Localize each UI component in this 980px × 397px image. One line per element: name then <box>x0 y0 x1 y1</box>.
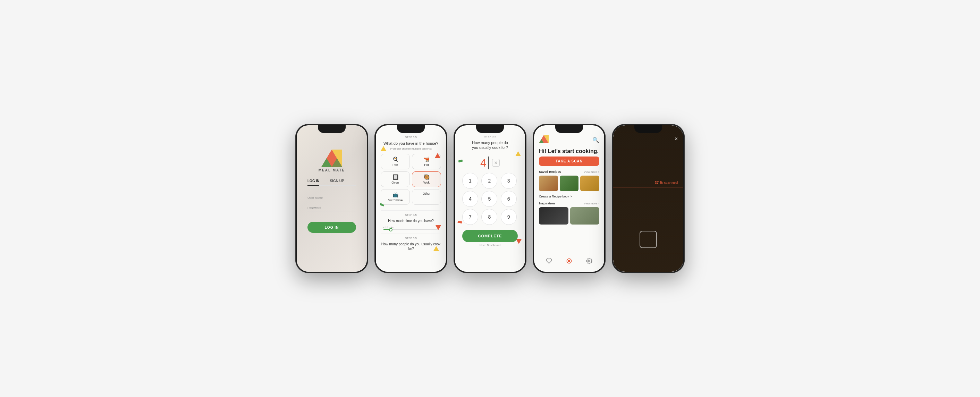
step5-label-p3: STEP 5/5 <box>484 135 496 138</box>
password-underline <box>307 211 356 211</box>
oven-icon: 🔲 <box>393 174 398 180</box>
numpad-value: 4 <box>480 157 488 169</box>
phone-numpad: STEP 5/5 How many people do you usually … <box>453 124 527 273</box>
notch <box>555 125 583 133</box>
view-more-inspiration[interactable]: View more > <box>584 202 599 205</box>
scan-percentage: 37 % scanned <box>655 181 678 184</box>
search-icon[interactable]: 🔍 <box>592 137 599 143</box>
auth-tabs: LOG IN SIGN UP <box>307 179 356 186</box>
password-label: Password <box>307 206 356 210</box>
num-5[interactable]: 5 <box>481 191 497 207</box>
recipe-thumb-2[interactable] <box>560 176 579 191</box>
step3-question: What do you have in the house? <box>381 141 441 146</box>
next-label: Next: Dashboard <box>480 244 500 247</box>
setup-screen: STEP 3/5 What do you have in the house? … <box>376 125 446 272</box>
inspiration-header: Inspiration View more > <box>539 202 599 205</box>
num-4[interactable]: 4 <box>462 191 478 207</box>
slider-thumb[interactable] <box>389 228 393 232</box>
wok-icon: 🥘 <box>424 174 430 180</box>
step5-question: How many people do you usually cook for? <box>381 242 441 251</box>
numpad-screen: STEP 5/5 How many people do you usually … <box>455 125 525 272</box>
phone-setup: STEP 3/5 What do you have in the house? … <box>374 124 447 273</box>
inspiration-title: Inspiration <box>539 202 555 205</box>
recipe-thumb-3[interactable] <box>580 176 599 191</box>
time-slider[interactable]: <15 min. <box>381 226 441 230</box>
recipe-thumbnails <box>539 176 599 191</box>
num-9[interactable]: 9 <box>501 209 517 225</box>
create-recipe-book[interactable]: Create a Recipe book > <box>539 195 599 198</box>
nav-scan[interactable] <box>565 257 573 265</box>
username-underline <box>307 201 356 201</box>
num-3[interactable]: 3 <box>501 173 517 189</box>
option-pot[interactable]: 🫕 Pot <box>412 154 441 169</box>
pot-icon: 🫕 <box>424 157 430 162</box>
bottom-navigation <box>539 255 599 267</box>
numpad-question: How many people do you usually cook for? <box>472 140 508 150</box>
scan-button[interactable]: TAKE A SCAN <box>539 157 599 166</box>
username-label: User name <box>307 196 356 200</box>
divider-1 <box>381 210 441 211</box>
notch <box>318 125 346 133</box>
scene: MEAL MATE LOG IN SIGN UP User name Passw… <box>285 110 695 287</box>
option-oven[interactable]: 🔲 Oven <box>381 172 410 187</box>
num-1[interactable]: 1 <box>462 173 478 189</box>
svg-point-9 <box>589 260 590 262</box>
insp-thumb-1[interactable] <box>539 207 568 224</box>
recipe-thumb-1[interactable] <box>539 176 558 191</box>
num-2[interactable]: 2 <box>481 173 497 189</box>
app-logo <box>321 149 342 167</box>
step4-question: How much time do you have? <box>381 219 441 223</box>
home-header: 🔍 <box>539 135 599 145</box>
phone-login: MEAL MATE LOG IN SIGN UP User name Passw… <box>295 124 368 273</box>
scanner-close-button[interactable]: × <box>675 136 678 142</box>
complete-button[interactable]: COMPLETE <box>462 230 518 242</box>
option-other[interactable]: Other <box>412 189 441 205</box>
logo-text: MEAL MATE <box>318 168 345 172</box>
option-microwave[interactable]: 📺 Microwave <box>381 189 410 205</box>
notch <box>397 125 425 133</box>
home-screen: 🔍 Hi! Let’s start cooking. TAKE A SCAN S… <box>534 125 604 272</box>
scanner-line <box>613 187 683 187</box>
microwave-icon: 📺 <box>393 192 398 197</box>
cookware-options: 🍳 Pan 🫕 Pot 🔲 Oven 🥘 <box>381 154 441 205</box>
tab-login[interactable]: LOG IN <box>307 179 319 186</box>
option-pan[interactable]: 🍳 Pan <box>381 154 410 169</box>
step3-label: STEP 3/5 <box>381 136 441 139</box>
small-logo <box>539 135 549 145</box>
saved-recipes-title: Saved Recipes <box>539 170 561 173</box>
numpad-clear-button[interactable]: ✕ <box>492 159 500 167</box>
step4-label: STEP 4/5 <box>381 213 441 216</box>
login-screen: MEAL MATE LOG IN SIGN UP User name Passw… <box>297 125 367 272</box>
pan-icon: 🍳 <box>393 157 398 162</box>
phone-home: 🔍 Hi! Let’s start cooking. TAKE A SCAN S… <box>533 124 606 273</box>
step3-hint: (You can choose multiple options) <box>381 147 441 150</box>
notch <box>476 125 504 133</box>
option-wok[interactable]: 🥘 Wok <box>412 172 441 187</box>
view-more-recipes[interactable]: View more > <box>584 170 599 173</box>
nav-settings[interactable] <box>585 257 593 265</box>
login-button[interactable]: LOG IN <box>307 222 356 233</box>
numpad-grid: 1 2 3 4 5 6 7 8 9 <box>462 173 518 225</box>
notch <box>634 125 662 133</box>
svg-point-8 <box>568 260 570 262</box>
step5-label: STEP 5/5 <box>381 237 441 240</box>
num-8[interactable]: 8 <box>481 209 497 225</box>
scan-frame <box>640 231 657 248</box>
nav-favorites[interactable] <box>545 257 553 265</box>
num-6[interactable]: 6 <box>501 191 517 207</box>
username-field: User name <box>307 196 356 201</box>
phone-scanner: × 37 % scanned <box>612 124 685 273</box>
divider-2 <box>381 233 441 234</box>
saved-recipes-header: Saved Recipes View more > <box>539 170 599 173</box>
numpad-display: 4 ✕ <box>480 157 500 169</box>
slider-track <box>383 229 438 230</box>
inspiration-thumbnails <box>539 207 599 224</box>
greeting-text: Hi! Let’s start cooking. <box>539 148 599 154</box>
password-field: Password <box>307 206 356 211</box>
tab-signup[interactable]: SIGN UP <box>330 179 344 185</box>
insp-thumb-2[interactable] <box>570 207 600 224</box>
num-7[interactable]: 7 <box>462 209 478 225</box>
